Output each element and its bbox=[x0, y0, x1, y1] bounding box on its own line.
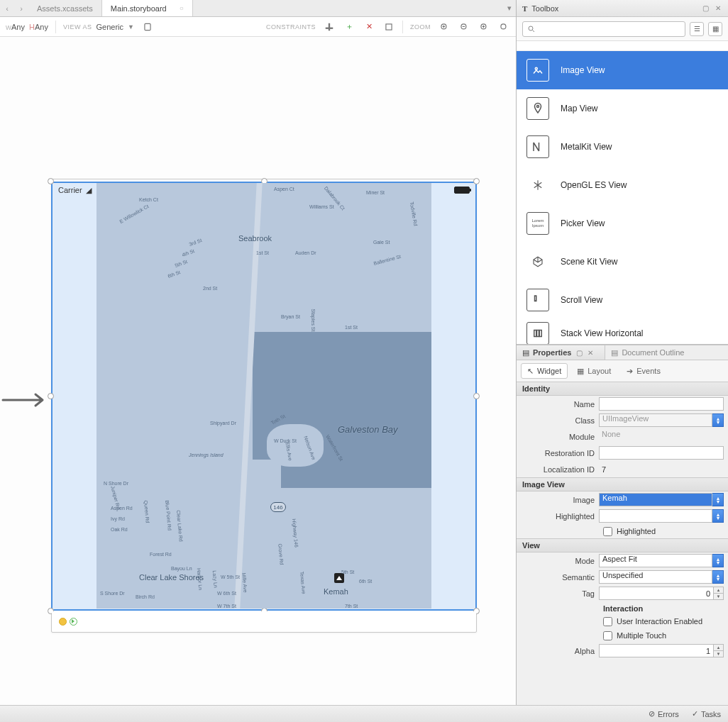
toolbox-item-label: OpenGL ES View bbox=[561, 180, 627, 190]
name-input[interactable] bbox=[599, 397, 724, 411]
svg-rect-12 bbox=[534, 331, 536, 337]
tasks-button[interactable]: ✓Tasks bbox=[692, 709, 721, 718]
gear-icon: ▤ bbox=[522, 348, 529, 357]
multitouch-checkbox[interactable] bbox=[603, 631, 612, 640]
resize-handle[interactable] bbox=[473, 393, 480, 399]
scene-dock[interactable] bbox=[52, 611, 476, 631]
toolbox-item-image-view[interactable]: Image View bbox=[517, 51, 728, 89]
tag-input[interactable] bbox=[599, 587, 714, 600]
errors-button[interactable]: ⊘Errors bbox=[649, 709, 679, 718]
nav-forward[interactable]: › bbox=[14, 0, 28, 16]
map-pin-icon bbox=[526, 97, 549, 120]
list-view-toggle[interactable]: ☰ bbox=[690, 22, 704, 36]
properties-tab[interactable]: ▤Properties ▢✕ bbox=[517, 345, 605, 360]
detach-icon[interactable]: ▢ bbox=[701, 4, 710, 13]
constraints-add-icon[interactable]: ＋ bbox=[343, 21, 355, 33]
chevron-updown-icon[interactable]: ▴▾ bbox=[712, 509, 724, 523]
zoom-actual-icon[interactable] bbox=[497, 21, 510, 33]
mode-combo[interactable]: Aspect Fit bbox=[599, 554, 712, 567]
close-icon[interactable]: ✕ bbox=[714, 4, 722, 13]
nav-back[interactable]: ‹ bbox=[0, 0, 14, 16]
zoom-in-icon[interactable] bbox=[478, 21, 490, 33]
battery-icon bbox=[454, 187, 470, 194]
tab-assets[interactable]: Assets.xcassets bbox=[28, 0, 102, 16]
toolbox-item-label: Scene Kit View bbox=[561, 257, 618, 267]
class-combo[interactable]: UIImageView bbox=[599, 413, 712, 427]
toolbox-item-label: Stack View Horizontal bbox=[561, 328, 644, 338]
toolbox-item-map-view[interactable]: Map View bbox=[517, 89, 728, 128]
svg-rect-13 bbox=[537, 331, 539, 337]
zoom-out-icon[interactable] bbox=[458, 21, 470, 33]
toolbox-item-metalkit[interactable]: MetalKit View bbox=[517, 128, 728, 166]
right-sidebar: T Toolbox ▢ ✕ ☰ ▦ Image View bbox=[517, 0, 728, 705]
map-bay-label: Galveston Bay bbox=[338, 424, 398, 435]
tab-label: Main.storyboard bbox=[111, 4, 167, 13]
semantic-combo[interactable]: Unspecified bbox=[599, 570, 712, 584]
close-icon[interactable]: ○ bbox=[180, 4, 184, 12]
svg-point-9 bbox=[535, 67, 537, 70]
constraints-pin-icon[interactable] bbox=[323, 21, 336, 33]
restoration-input[interactable] bbox=[599, 446, 724, 460]
trait-toggle[interactable] bbox=[141, 21, 154, 33]
toolbox-item-scroll[interactable]: Scroll View bbox=[517, 281, 728, 319]
tag-stepper[interactable]: ▲▼ bbox=[714, 587, 724, 600]
scenekit-icon bbox=[526, 250, 549, 273]
uie-checkbox[interactable] bbox=[603, 617, 612, 626]
image-view-icon bbox=[526, 59, 549, 82]
layout-icon: ▦ bbox=[577, 367, 584, 376]
first-responder-icon[interactable] bbox=[59, 618, 67, 626]
error-icon: ⊘ bbox=[649, 709, 655, 718]
toolbox-item-scenekit[interactable]: Scene Kit View bbox=[517, 243, 728, 281]
widget-tab[interactable]: ↖Widget bbox=[521, 363, 568, 379]
search-icon bbox=[527, 25, 536, 33]
carrier-label: Carrier bbox=[58, 186, 82, 194]
constraints-frame-icon[interactable] bbox=[382, 21, 395, 33]
toolbox-icon: T bbox=[522, 4, 527, 13]
toolbox-list[interactable]: Image View Map View MetalKit View OpenGL… bbox=[517, 41, 728, 345]
stack-h-icon bbox=[526, 322, 549, 345]
toolbox-title: Toolbox bbox=[531, 4, 558, 13]
tab-storyboard[interactable]: Main.storyboard○ bbox=[102, 0, 193, 16]
highlighted-checkbox[interactable] bbox=[603, 527, 612, 536]
detach-icon[interactable]: ▢ bbox=[575, 348, 583, 357]
highlighted-combo[interactable] bbox=[599, 509, 712, 523]
toolbox-item-opengl[interactable]: OpenGL ES View bbox=[517, 166, 728, 204]
svg-rect-14 bbox=[539, 331, 541, 337]
svg-rect-11 bbox=[535, 296, 536, 301]
toolbox-item-label: Map View bbox=[561, 104, 597, 113]
alpha-input[interactable] bbox=[599, 644, 714, 657]
interaction-heading: Interaction bbox=[517, 601, 728, 614]
zoom-fit-icon[interactable] bbox=[438, 21, 451, 33]
properties-body[interactable]: Identity Name ClassUIImageView▴▾ ModuleN… bbox=[517, 382, 728, 705]
grid-view-toggle[interactable]: ▦ bbox=[708, 22, 722, 36]
storyboard-canvas[interactable]: Galveston Bay Seabrook Clear Lake Shores… bbox=[0, 37, 516, 705]
toolbox-item-picker[interactable]: LoremIpsum Picker View bbox=[517, 204, 728, 243]
chevron-updown-icon[interactable]: ▴▾ bbox=[712, 570, 724, 584]
tabs-overflow[interactable]: ▾ bbox=[503, 0, 516, 16]
resize-handle[interactable] bbox=[48, 393, 54, 399]
events-tab[interactable]: ➔Events bbox=[620, 363, 667, 379]
module-value: None bbox=[599, 430, 724, 443]
constraints-remove-icon[interactable]: ✕ bbox=[363, 21, 375, 33]
chevron-updown-icon[interactable]: ▴▾ bbox=[712, 493, 724, 506]
toolbox-item-stack-h[interactable]: Stack View Horizontal bbox=[517, 319, 728, 345]
check-icon: ✓ bbox=[692, 709, 698, 718]
toolbox-item-label: Scroll View bbox=[561, 295, 602, 305]
chevron-updown-icon[interactable]: ▴▾ bbox=[712, 413, 724, 427]
entry-arrow-icon bbox=[1, 391, 48, 409]
toolbox-search-input[interactable] bbox=[522, 21, 685, 37]
alpha-stepper[interactable]: ▲▼ bbox=[714, 644, 724, 657]
view-as-dropdown[interactable]: VIEW AS Generic ▼ bbox=[63, 23, 134, 31]
close-icon[interactable]: ✕ bbox=[586, 348, 595, 357]
layout-tab[interactable]: ▦Layout bbox=[570, 363, 617, 379]
opengl-icon bbox=[526, 174, 549, 196]
exit-icon[interactable] bbox=[70, 618, 77, 626]
chevron-updown-icon[interactable]: ▴▾ bbox=[712, 554, 724, 567]
image-combo[interactable]: Kemah bbox=[599, 493, 712, 506]
size-class-control[interactable]: wAny HAny bbox=[6, 23, 48, 31]
localization-value: 7 bbox=[599, 465, 724, 474]
map-city-seabrook: Seabrook bbox=[238, 234, 272, 243]
document-outline-tab[interactable]: ▤Document Outline bbox=[605, 345, 728, 360]
toolbox-item-label: MetalKit View bbox=[561, 142, 612, 152]
device-status-bar: Carrier◢ bbox=[53, 183, 475, 197]
